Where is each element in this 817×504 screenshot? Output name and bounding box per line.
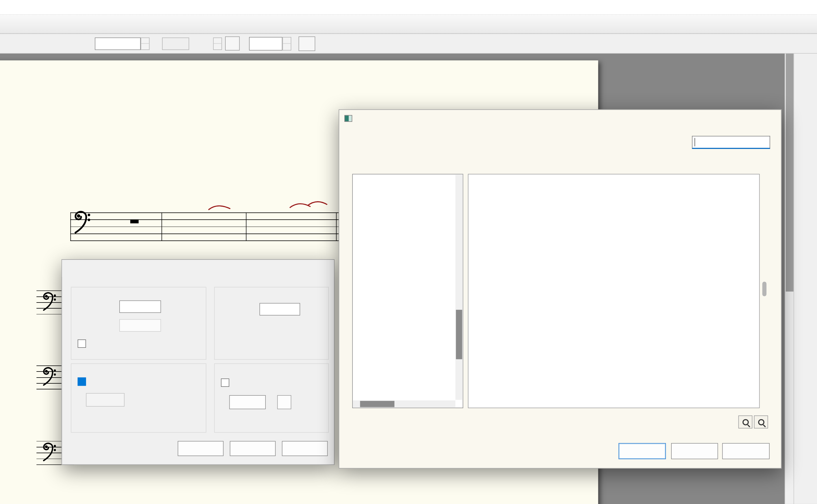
help-button[interactable] [282, 441, 328, 456]
use-default-character-checkbox[interactable] [221, 378, 230, 387]
allow-vertical-checkbox[interactable] [78, 339, 86, 348]
spin-up-icon [141, 38, 149, 44]
ok-button[interactable] [178, 441, 224, 456]
repeat-dropdown[interactable] [162, 37, 189, 50]
symbol-grid [468, 174, 760, 408]
playback-bar [0, 34, 817, 54]
zoom-in-button[interactable] [754, 415, 768, 428]
app-window [0, 0, 817, 504]
spin-up-icon [214, 38, 221, 44]
dialog-titlebar[interactable] [62, 260, 334, 277]
bass-clef-icon [73, 210, 91, 236]
measure-counter-input[interactable] [95, 37, 141, 50]
skip-to-end-button[interactable] [71, 37, 86, 50]
zoom-out-icon [742, 419, 749, 425]
bass-clef-icon [42, 292, 56, 312]
use-default-font-checkbox[interactable] [78, 378, 86, 386]
font-group [71, 363, 206, 433]
vertical-input [119, 319, 161, 332]
scrollbar-thumb[interactable] [762, 282, 766, 296]
special-tools-palette [794, 54, 817, 504]
tempo-input[interactable] [249, 37, 282, 50]
help-button[interactable] [722, 443, 770, 459]
dialog-titlebar[interactable] [339, 110, 781, 127]
set-font-button [86, 393, 124, 407]
whole-rest [130, 220, 139, 223]
menu-bar [0, 0, 817, 15]
window-controls [796, 0, 813, 15]
spin-up-icon [283, 37, 291, 44]
positioning-group [71, 287, 206, 360]
scrollbar-thumb[interactable] [360, 401, 394, 407]
vertical-scrollbar[interactable] [785, 54, 794, 504]
horizontal-input[interactable] [119, 300, 161, 313]
bass-clef-icon [42, 442, 56, 463]
spin-down-icon [283, 44, 291, 50]
search-input[interactable] [692, 136, 770, 149]
close-icon[interactable] [314, 261, 329, 276]
barline [161, 212, 162, 241]
scrollbar-thumb[interactable] [456, 310, 462, 359]
resize-input[interactable] [260, 303, 300, 316]
spin-down-icon [141, 44, 149, 49]
pause-button[interactable] [24, 37, 40, 50]
symbol-selection-dialog [339, 109, 781, 468]
category-list[interactable] [352, 174, 463, 408]
tempo-spinner[interactable] [283, 37, 292, 50]
record-button[interactable] [40, 37, 55, 50]
alternate-character-group [214, 363, 329, 433]
play-button[interactable] [8, 37, 24, 50]
tempo-note-button[interactable] [225, 36, 240, 51]
accidental-settings-dialog [61, 259, 335, 465]
zoom-out-button[interactable] [738, 415, 753, 428]
cancel-button[interactable] [671, 443, 718, 459]
time-spinner[interactable] [213, 37, 222, 50]
category-horizontal-scrollbar[interactable] [353, 400, 455, 408]
scrollbar-thumb[interactable] [786, 54, 794, 292]
barline [336, 212, 337, 241]
barline [70, 212, 71, 241]
dialog-icon [344, 115, 352, 122]
zoom-in-icon [758, 419, 764, 425]
bass-clef-icon [42, 367, 56, 387]
counter-spinner[interactable] [141, 37, 150, 50]
cancel-button[interactable] [230, 441, 276, 456]
staff-lines [70, 212, 366, 241]
select-character-button[interactable] [230, 395, 266, 409]
select-button[interactable] [619, 443, 666, 459]
grid-scrollbar[interactable] [762, 174, 766, 408]
spin-down-icon [214, 44, 221, 49]
main-toolbar [0, 15, 817, 34]
fast-forward-button[interactable] [55, 37, 71, 50]
close-icon[interactable] [761, 111, 776, 126]
size-group [214, 287, 329, 360]
category-vertical-scrollbar[interactable] [455, 174, 462, 400]
barline [246, 212, 247, 241]
current-character-box[interactable] [277, 395, 292, 409]
text-caret [695, 138, 695, 146]
playback-settings-button[interactable] [299, 36, 315, 51]
